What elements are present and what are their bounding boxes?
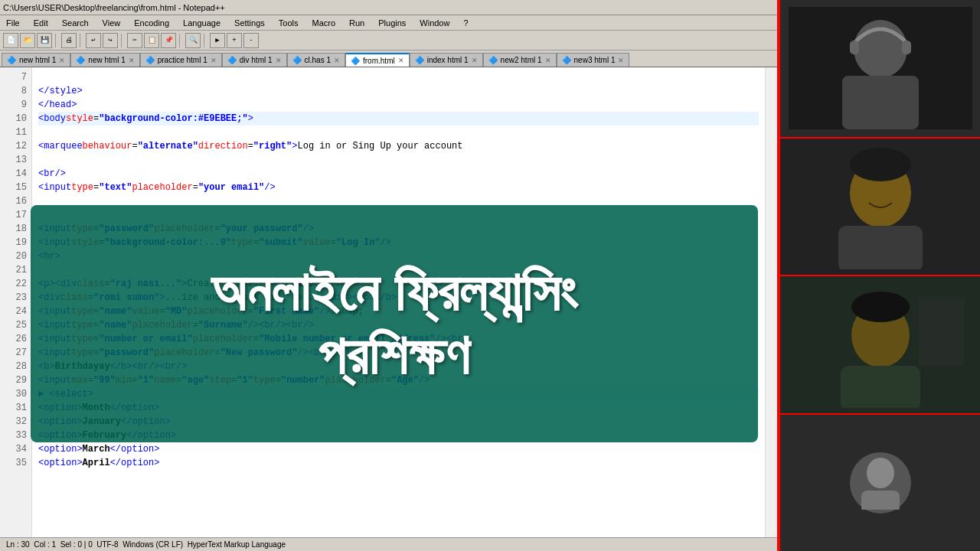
- svg-point-12: [851, 292, 910, 322]
- code-line[interactable]: <br/>: [38, 167, 759, 181]
- status-encoding: UTF-8: [96, 540, 118, 549]
- line-number: 30: [0, 387, 27, 401]
- toolbar-run[interactable]: ▶: [210, 33, 225, 48]
- line-number: 20: [0, 249, 27, 263]
- toolbar-find[interactable]: 🔍: [185, 33, 201, 48]
- code-line[interactable]: [38, 70, 759, 84]
- tab-close-4[interactable]: ✕: [276, 57, 282, 64]
- tab-from[interactable]: 🔷 from.html ✕: [345, 53, 410, 67]
- toolbar-sep1: [55, 34, 58, 47]
- menu-search[interactable]: Search: [59, 18, 92, 28]
- menu-plugins[interactable]: Plugins: [375, 18, 409, 28]
- tab-practice[interactable]: 🔷 practice html 1 ✕: [140, 53, 222, 67]
- line-number: 35: [0, 456, 27, 470]
- code-line[interactable]: [38, 153, 759, 167]
- menu-bar[interactable]: File Edit Search View Encoding Language …: [0, 15, 777, 31]
- code-line[interactable]: <marquee behaviour="alternate" direction…: [38, 139, 759, 153]
- toolbar-redo[interactable]: ↪: [103, 33, 118, 48]
- svg-rect-11: [841, 366, 920, 408]
- line-number: 25: [0, 318, 27, 332]
- menu-run[interactable]: Run: [346, 18, 368, 28]
- menu-window[interactable]: Window: [416, 18, 452, 28]
- person-silhouette-3: [789, 282, 972, 408]
- line-number: 7: [0, 70, 27, 84]
- line-number: 12: [0, 139, 27, 153]
- toolbar-paste[interactable]: 📌: [161, 33, 176, 48]
- line-number: 11: [0, 126, 27, 139]
- line-number: 34: [0, 442, 27, 456]
- editor-area: C:\Users\USER\Desktop\freelancing\from.h…: [0, 0, 777, 551]
- toolbar-print[interactable]: 🖨: [61, 33, 77, 48]
- menu-edit[interactable]: Edit: [31, 18, 51, 28]
- video-cell-3: [780, 276, 980, 415]
- status-type: HyperText Markup Language: [188, 540, 286, 549]
- tab-close-9[interactable]: ✕: [618, 57, 624, 64]
- tab-close-6[interactable]: ✕: [398, 57, 404, 64]
- video-cell-4: [780, 415, 980, 552]
- menu-help[interactable]: ?: [460, 18, 471, 28]
- tab-close-1[interactable]: ✕: [59, 57, 65, 64]
- line-number: 33: [0, 429, 27, 442]
- line-number: 28: [0, 360, 27, 373]
- tab-new-html-1[interactable]: 🔷 new html 1 ✕: [2, 53, 70, 67]
- menu-language[interactable]: Language: [180, 18, 224, 28]
- code-area[interactable]: 7891011121314151617181920212223242526272…: [0, 67, 777, 537]
- video-cell-1: [780, 0, 980, 139]
- toolbar-sep5: [204, 34, 207, 47]
- code-line[interactable]: <option>April</option>: [38, 456, 759, 470]
- svg-rect-3: [850, 41, 859, 54]
- code-line[interactable]: <option>March</option>: [38, 442, 759, 456]
- tab-bar[interactable]: 🔷 new html 1 ✕ 🔷 new html 1 ✕ 🔷 practice…: [0, 51, 777, 67]
- overlay-banner: অনলাইনে ফ্রিল্যান্সিং প্রশিক্ষণ: [31, 205, 758, 442]
- code-line[interactable]: </style>: [38, 84, 759, 98]
- svg-rect-15: [861, 491, 900, 510]
- default-avatar-icon: [858, 456, 903, 510]
- menu-view[interactable]: View: [100, 18, 124, 28]
- tab-div[interactable]: 🔷 div html 1 ✕: [222, 53, 287, 67]
- person-silhouette-2: [789, 143, 972, 269]
- code-line[interactable]: [38, 126, 759, 139]
- line-number: 14: [0, 167, 27, 181]
- toolbar-copy[interactable]: 📋: [144, 33, 159, 48]
- line-number: 32: [0, 415, 27, 429]
- line-number: 21: [0, 263, 27, 277]
- title-bar: C:\Users\USER\Desktop\freelancing\from.h…: [0, 0, 777, 15]
- line-number: 29: [0, 373, 27, 387]
- line-number: 18: [0, 222, 27, 236]
- line-number: 22: [0, 277, 27, 291]
- toolbar-open[interactable]: 📂: [20, 33, 35, 48]
- banner-text: অনলাইনে ফ্রিল্যান্সিং প্রশিক্ষণ: [211, 260, 577, 387]
- code-line[interactable]: </head>: [38, 98, 759, 112]
- tab-new2[interactable]: 🔷 new2 html 1 ✕: [483, 53, 557, 67]
- tab-close-7[interactable]: ✕: [472, 57, 478, 64]
- toolbar-undo[interactable]: ↩: [86, 33, 101, 48]
- tab-close-2[interactable]: ✕: [129, 57, 135, 64]
- tab-cl[interactable]: 🔷 cl.has 1 ✕: [287, 53, 345, 67]
- svg-rect-13: [919, 297, 965, 366]
- tab-close-5[interactable]: ✕: [334, 57, 340, 64]
- toolbar-cut[interactable]: ✂: [127, 33, 142, 48]
- menu-file[interactable]: File: [3, 18, 23, 28]
- tab-close-3[interactable]: ✕: [211, 57, 217, 64]
- code-line[interactable]: <input type="text" placeholder="your ema…: [38, 181, 759, 194]
- tab-close-8[interactable]: ✕: [545, 57, 551, 64]
- tab-index[interactable]: 🔷 index html 1 ✕: [410, 53, 483, 67]
- menu-tools[interactable]: Tools: [276, 18, 302, 28]
- person-silhouette-1: [789, 7, 972, 129]
- line-number: 26: [0, 332, 27, 346]
- toolbar-zoom-in[interactable]: +: [227, 33, 242, 48]
- scrollbar[interactable]: [765, 67, 777, 537]
- menu-settings[interactable]: Settings: [231, 18, 268, 28]
- toolbar-zoom-out[interactable]: -: [243, 33, 259, 48]
- status-eol: Windows (CR LF): [122, 540, 183, 549]
- code-line[interactable]: <body style="background-color:#E9EBEE;">: [38, 112, 759, 126]
- tab-new3[interactable]: 🔷 new3 html 1 ✕: [557, 53, 630, 67]
- menu-encoding[interactable]: Encoding: [131, 18, 172, 28]
- line-number: 17: [0, 208, 27, 222]
- status-bar: Ln : 30 Col : 1 Sel : 0 | 0 UTF-8 Window…: [0, 537, 777, 551]
- toolbar-save[interactable]: 💾: [37, 33, 52, 48]
- tab-new-html-2[interactable]: 🔷 new html 1 ✕: [70, 53, 139, 67]
- video-cell-2: [780, 139, 980, 277]
- toolbar-new[interactable]: 📄: [3, 33, 18, 48]
- menu-macro[interactable]: Macro: [309, 18, 338, 28]
